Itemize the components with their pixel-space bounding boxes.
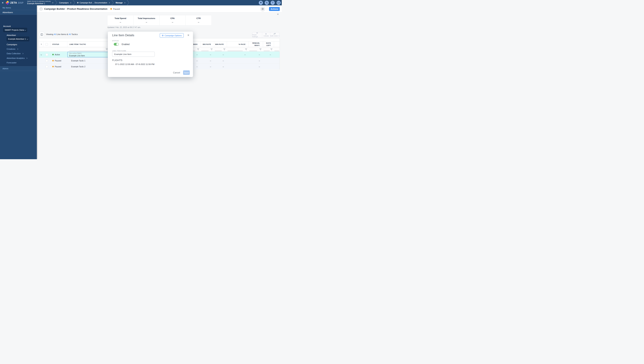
sidebar-item-advertiser-analytics[interactable]: Advertiser Analytics: [7, 57, 27, 59]
filter-icon[interactable]: [223, 48, 225, 50]
all-line-items-link[interactable]: All: [54, 33, 56, 35]
cell-win-rate: --: [214, 64, 227, 70]
horizontal-scrollbar[interactable]: [274, 50, 279, 51]
cell-days-left: --: [263, 52, 274, 58]
filter-icon[interactable]: [210, 48, 213, 50]
activate-button[interactable]: Activate: [262, 32, 270, 38]
horizontal-scrollbar[interactable]: [201, 50, 209, 51]
tactic-name[interactable]: Example Tactic 1: [67, 58, 109, 64]
col-header-win-rate[interactable]: WIN RATE: [214, 42, 227, 47]
account-select[interactable]: SMART Projects (Variable M..: [3, 28, 27, 32]
filter-icon[interactable]: [259, 48, 262, 50]
select-all-checkbox[interactable]: [46, 43, 48, 46]
selected-line-item-cell[interactable]: (No active flight) Example Line Item: [67, 52, 109, 57]
actions-button[interactable]: Actions: [269, 7, 280, 11]
sidebar-item-admin[interactable]: Admin: [0, 66, 37, 71]
banner-close-icon[interactable]: ✕: [277, 13, 279, 16]
breadcrumb-campaigns[interactable]: Campaigns: [57, 0, 73, 6]
gear-icon: ⚙: [261, 8, 264, 10]
status-toggle[interactable]: [114, 43, 119, 46]
breadcrumb-manage[interactable]: Manage: [114, 0, 127, 6]
sidebar: My Items Advertisers Account SMART Proje…: [0, 6, 37, 159]
horizontal-scrollbar[interactable]: [215, 50, 222, 51]
filter-line-item[interactable]: [67, 47, 109, 51]
col-header-bid-rate[interactable]: BID RATE: [201, 42, 214, 47]
col-header-status[interactable]: STATUS: [50, 42, 67, 47]
chevron-down-icon: [27, 38, 28, 40]
advertiser-label: Advertiser: [7, 34, 16, 36]
cell-bid-rate: --: [201, 52, 214, 58]
filter-remaining-budget[interactable]: [249, 47, 263, 51]
advertiser-select[interactable]: Example Advertiser 1: [7, 36, 29, 41]
all-tactics-link[interactable]: All: [69, 33, 71, 35]
save-button[interactable]: Save: [183, 70, 190, 75]
cell-bid-rate: --: [201, 64, 214, 70]
expand-all-button[interactable]: [39, 42, 43, 47]
breadcrumb-advertiser-label: Example Advertiser 1: [27, 2, 51, 5]
close-icon[interactable]: ✕: [0, 2, 6, 4]
col-header-remaining-budget[interactable]: REMAIN. BDGT.: [249, 42, 263, 47]
sidebar-item-advertisers[interactable]: Advertisers: [0, 10, 37, 15]
notifications-button[interactable]: [259, 1, 263, 5]
flight-dates: 07-1-2022 12:00 AM - 07-8-2022 11:59 PM: [115, 63, 154, 65]
viewing-summary: ViewingAllLine Items &AllTactics: [46, 33, 78, 35]
paused-status-dot: [52, 60, 54, 62]
breadcrumb-divider: [111, 0, 114, 6]
page-title: Campaign Builder - Product Readiness Doc…: [44, 8, 107, 10]
column-settings-button[interactable]: [39, 32, 44, 37]
sidebar-item-creatives[interactable]: Creatives: [7, 48, 18, 50]
filter-icon[interactable]: [245, 48, 247, 50]
line-item-name-label: LINE ITEM NAME: [112, 50, 126, 52]
breadcrumb-advertiser[interactable]: SMART PROJECTS (VARIABLE MARGIN) Example…: [25, 0, 55, 6]
horizontal-scrollbar[interactable]: [264, 50, 270, 51]
sidebar-item-campaigns[interactable]: Campaigns: [7, 44, 17, 46]
line-item-name-input[interactable]: [112, 52, 155, 57]
horizontal-scrollbar[interactable]: [69, 50, 106, 51]
avatar[interactable]: L&: [276, 1, 281, 5]
cancel-button[interactable]: Cancel: [173, 72, 180, 74]
sidebar-item-data-collection[interactable]: Data Collection: [7, 52, 23, 54]
line-item-details-modal: Line Item Details ⚙ Campaign Options ✕ S…: [108, 32, 193, 77]
bulk-action-button[interactable]: Bulk Action: [270, 32, 279, 38]
col-header-pace[interactable]: % PACE: [227, 42, 249, 47]
sidebar-item-forecaster[interactable]: Forecaster: [7, 62, 17, 64]
breadcrumb: SMART PROJECTS (VARIABLE MARGIN) Example…: [25, 0, 129, 6]
stat-cpa: CPA --: [160, 15, 186, 25]
col-header-line-item-tactic[interactable]: LINE ITEM / TACTIC: [67, 42, 109, 47]
chevron-right-icon: [26, 58, 27, 59]
filter-icon[interactable]: [197, 48, 199, 50]
filter-days-left[interactable]: [263, 47, 274, 51]
row-checkbox[interactable]: [46, 66, 48, 68]
horizontal-scrollbar[interactable]: [227, 50, 243, 51]
row-checkbox[interactable]: [46, 54, 48, 56]
help-button[interactable]: ?: [271, 1, 275, 5]
campaign-status-text: Paused: [113, 8, 120, 10]
sidebar-item-my-items[interactable]: My Items: [0, 6, 37, 10]
pause-icon: [257, 32, 258, 34]
zeta-diamond-icon: [6, 0, 10, 5]
breadcrumb-campaign[interactable]: Campaign Buil ... Documentation: [75, 0, 111, 6]
brand-name: ZETA: [10, 1, 17, 4]
cell-win-rate: --: [214, 58, 227, 64]
chevron-right-icon: [109, 2, 110, 3]
cell-pace: [227, 64, 249, 70]
row-checkbox[interactable]: [46, 60, 48, 62]
tactic-name[interactable]: Example Tactic 2: [67, 64, 109, 70]
filter-bid-rate[interactable]: [201, 47, 214, 51]
filter-icon[interactable]: [270, 48, 272, 50]
calendar-icon: [40, 8, 42, 10]
settings-button[interactable]: ⚙: [260, 6, 265, 12]
campaign-options-button[interactable]: ⚙ Campaign Options: [160, 33, 184, 38]
filter-pace[interactable]: [227, 47, 249, 51]
filter-win-rate[interactable]: [214, 47, 227, 51]
col-header-extra: [274, 42, 280, 47]
search-button[interactable]: [265, 1, 269, 5]
zeta-dsp-logo[interactable]: ZETA DSP: [6, 1, 25, 4]
col-header-days-left[interactable]: DAYS LEFT: [263, 42, 274, 47]
cell-days-left: [263, 58, 274, 64]
modal-close-icon[interactable]: ✕: [187, 34, 189, 36]
horizontal-scrollbar[interactable]: [249, 50, 257, 51]
breadcrumb-divider: [55, 0, 57, 6]
collapse-row-button[interactable]: [39, 52, 43, 58]
pause-settings-button[interactable]: Pause Settings: [252, 32, 262, 38]
